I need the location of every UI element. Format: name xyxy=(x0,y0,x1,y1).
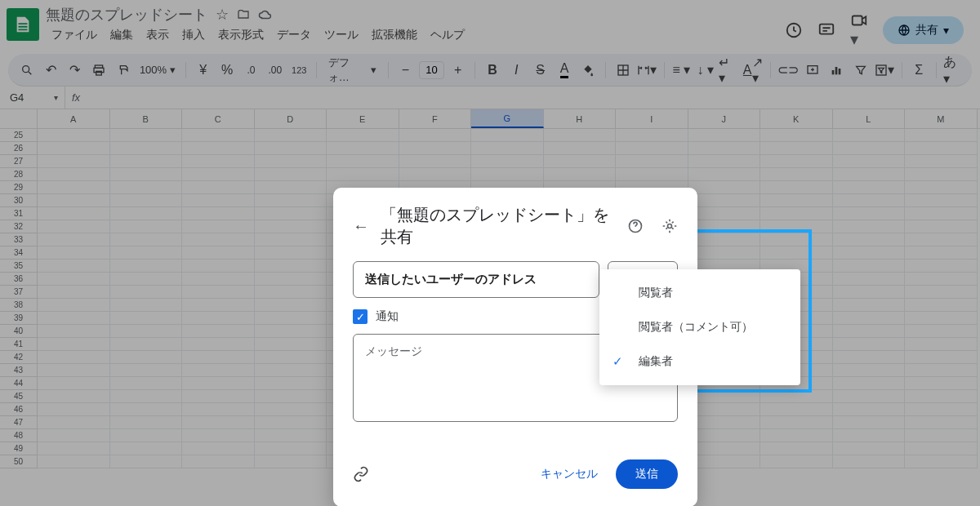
notify-label: 通知 xyxy=(376,309,399,324)
cancel-button[interactable]: キャンセル xyxy=(529,460,609,488)
dialog-title: 「無題のスプレッドシート」を共有 xyxy=(381,204,609,248)
role-option-viewer[interactable]: 閲覧者 xyxy=(599,276,800,310)
role-dropdown: 閲覧者 閲覧者（コメント可） 編集者 xyxy=(599,269,800,385)
copy-link-icon[interactable] xyxy=(353,466,369,482)
back-icon[interactable]: ← xyxy=(353,217,369,236)
role-option-editor[interactable]: 編集者 xyxy=(599,344,800,379)
send-button[interactable]: 送信 xyxy=(616,459,678,489)
notify-checkbox[interactable]: ✓ xyxy=(353,309,368,324)
gear-icon[interactable] xyxy=(662,218,678,234)
svg-point-14 xyxy=(668,224,672,229)
address-input[interactable]: 送信したいユーザーのアドレス xyxy=(353,261,599,298)
role-option-commenter[interactable]: 閲覧者（コメント可） xyxy=(599,310,800,344)
help-icon[interactable] xyxy=(627,218,644,234)
